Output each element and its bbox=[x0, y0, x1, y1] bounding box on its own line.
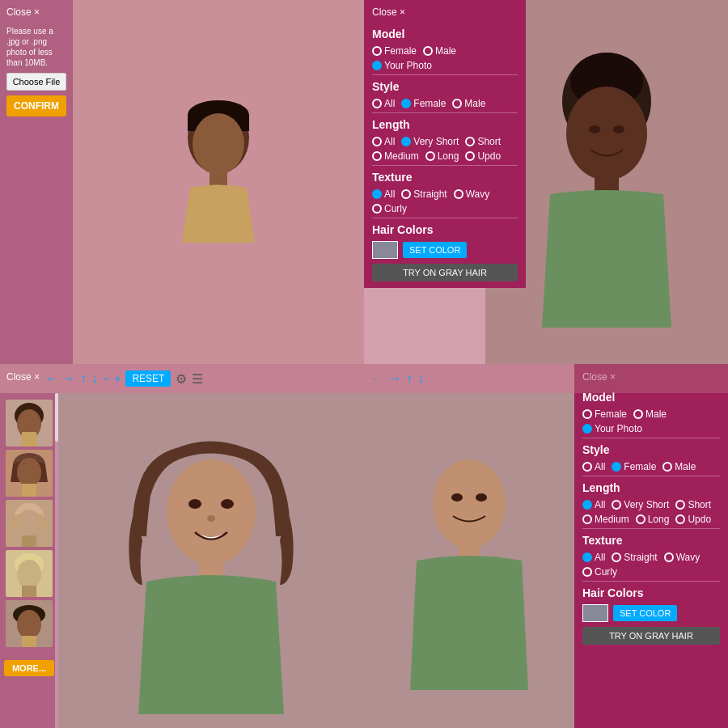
style-female-option[interactable]: Female bbox=[401, 98, 446, 109]
model-female-option[interactable]: Female bbox=[372, 45, 417, 57]
br-texture-wavy-radio[interactable] bbox=[664, 552, 674, 562]
model-male-option[interactable]: Male bbox=[423, 45, 456, 57]
br-style-all-option[interactable]: All bbox=[582, 461, 605, 472]
texture-all-label: All bbox=[384, 188, 395, 200]
br-style-male-radio[interactable] bbox=[662, 462, 672, 472]
br-model-female-option[interactable]: Female bbox=[582, 408, 627, 420]
br-length-veryshort-radio[interactable] bbox=[612, 500, 621, 510]
length-short-radio[interactable] bbox=[465, 137, 475, 146]
texture-wavy-radio[interactable] bbox=[454, 189, 463, 199]
br-model-male-option[interactable]: Male bbox=[633, 408, 667, 420]
try-gray-button[interactable]: TRY ON GRAY HAIR bbox=[372, 264, 518, 281]
style-female-radio[interactable] bbox=[401, 99, 411, 108]
br-length-updo-option[interactable]: Updo bbox=[675, 514, 711, 525]
br-style-female-option[interactable]: Female bbox=[612, 461, 656, 472]
length-medium-label: Medium bbox=[384, 150, 419, 162]
confirm-button[interactable]: CONFIRM bbox=[6, 95, 66, 116]
bl-zoom-in[interactable]: + bbox=[114, 372, 121, 385]
br-length-medium-radio[interactable] bbox=[582, 514, 592, 524]
br-style-male-option[interactable]: Male bbox=[662, 461, 696, 472]
br-nav-forward[interactable]: → bbox=[388, 372, 401, 385]
hair-color-swatch[interactable] bbox=[372, 241, 398, 259]
style-all-label: All bbox=[384, 98, 395, 109]
bl-nav-down[interactable]: ↓ bbox=[91, 372, 98, 385]
texture-straight-option[interactable]: Straight bbox=[401, 188, 447, 200]
br-try-gray-button[interactable]: TRY ON GRAY HAIR bbox=[582, 627, 720, 645]
br-length-all-option[interactable]: All bbox=[582, 499, 605, 510]
texture-all-radio[interactable] bbox=[372, 189, 382, 199]
hamburger-icon[interactable]: ☰ bbox=[192, 371, 203, 387]
br-texture-curly-radio[interactable] bbox=[582, 567, 592, 577]
length-long-radio[interactable] bbox=[425, 151, 435, 161]
gear-icon[interactable]: ⚙ bbox=[176, 371, 187, 387]
br-texture-all-radio[interactable] bbox=[582, 552, 592, 562]
br-length-veryshort-option[interactable]: Very Short bbox=[612, 499, 669, 510]
texture-curly-option[interactable]: Curly bbox=[372, 203, 407, 214]
choose-file-button[interactable]: Choose File bbox=[6, 73, 66, 91]
br-model-yourphoto-radio[interactable] bbox=[582, 424, 592, 434]
br-model-yourphoto-option[interactable]: Your Photo bbox=[582, 423, 642, 434]
br-texture-all-option[interactable]: All bbox=[582, 552, 605, 563]
model-yourphoto-option[interactable]: Your Photo bbox=[372, 60, 432, 71]
model-yourphoto-radio[interactable] bbox=[372, 61, 382, 70]
style-male-radio[interactable] bbox=[452, 99, 462, 108]
texture-curly-radio[interactable] bbox=[372, 204, 382, 214]
style-all-radio[interactable] bbox=[372, 99, 382, 108]
br-length-all-radio[interactable] bbox=[582, 500, 592, 510]
hair-thumbnail-4[interactable] bbox=[6, 550, 53, 597]
length-short-option[interactable]: Short bbox=[465, 136, 501, 147]
br-length-updo-radio[interactable] bbox=[675, 514, 685, 524]
model-male-radio[interactable] bbox=[423, 46, 433, 56]
length-updo-radio[interactable] bbox=[465, 151, 475, 161]
br-texture-wavy-option[interactable]: Wavy bbox=[664, 552, 700, 563]
length-medium-option[interactable]: Medium bbox=[372, 150, 419, 162]
style-male-option[interactable]: Male bbox=[452, 98, 485, 109]
br-texture-straight-radio[interactable] bbox=[612, 552, 621, 562]
hair-thumbnail-3[interactable] bbox=[6, 500, 53, 547]
bl-nav-up[interactable]: ↑ bbox=[80, 372, 87, 385]
br-texture-curly-option[interactable]: Curly bbox=[582, 566, 617, 578]
tl-close-button[interactable]: Close × bbox=[6, 6, 66, 18]
set-color-button[interactable]: SET COLOR bbox=[403, 242, 467, 258]
bl-reset-button[interactable]: RESET bbox=[125, 370, 171, 387]
br-model-female-radio[interactable] bbox=[582, 409, 592, 419]
length-medium-radio[interactable] bbox=[372, 151, 382, 161]
texture-wavy-option[interactable]: Wavy bbox=[454, 188, 490, 200]
length-veryshort-option[interactable]: Very Short bbox=[401, 136, 459, 147]
more-button[interactable]: MORE... bbox=[4, 660, 54, 676]
br-length-long-radio[interactable] bbox=[636, 514, 645, 524]
length-updo-option[interactable]: Updo bbox=[465, 150, 501, 162]
br-nav-back[interactable]: ← bbox=[370, 372, 383, 385]
tr-filter-panel: Close × Model Female Male Your Photo Sty… bbox=[364, 0, 526, 288]
br-length-medium-option[interactable]: Medium bbox=[582, 514, 629, 525]
br-style-all-radio[interactable] bbox=[582, 462, 592, 472]
length-all-option[interactable]: All bbox=[372, 136, 395, 147]
style-all-option[interactable]: All bbox=[372, 98, 395, 109]
br-nav-down[interactable]: ↓ bbox=[417, 372, 424, 385]
texture-straight-radio[interactable] bbox=[401, 189, 411, 199]
br-model-male-radio[interactable] bbox=[633, 409, 643, 419]
length-veryshort-radio[interactable] bbox=[401, 137, 411, 146]
br-model-radio-row: Female Male bbox=[582, 408, 720, 420]
texture-all-option[interactable]: All bbox=[372, 188, 395, 200]
bl-nav-back[interactable]: ← bbox=[44, 372, 57, 385]
svg-point-33 bbox=[167, 459, 256, 565]
tr-close-button[interactable]: Close × bbox=[372, 6, 405, 18]
br-length-short-option[interactable]: Short bbox=[675, 499, 711, 510]
hair-thumbnail-2[interactable] bbox=[6, 450, 53, 497]
bl-close-button[interactable]: Close × bbox=[6, 371, 40, 383]
br-texture-straight-option[interactable]: Straight bbox=[612, 552, 657, 563]
length-long-option[interactable]: Long bbox=[425, 150, 459, 162]
br-length-long-option[interactable]: Long bbox=[636, 514, 670, 525]
bl-zoom-out[interactable]: − bbox=[103, 372, 109, 385]
hair-thumbnail-5[interactable] bbox=[6, 600, 53, 647]
bl-nav-forward[interactable]: → bbox=[62, 372, 75, 385]
br-length-short-radio[interactable] bbox=[675, 500, 685, 510]
model-female-radio[interactable] bbox=[372, 46, 382, 56]
br-style-female-radio[interactable] bbox=[612, 462, 621, 472]
br-set-color-button[interactable]: SET COLOR bbox=[613, 605, 677, 621]
length-all-radio[interactable] bbox=[372, 137, 382, 146]
br-nav-up[interactable]: ↑ bbox=[406, 372, 413, 385]
hair-thumbnail-1[interactable] bbox=[6, 400, 53, 447]
br-hair-color-swatch[interactable] bbox=[582, 604, 608, 622]
